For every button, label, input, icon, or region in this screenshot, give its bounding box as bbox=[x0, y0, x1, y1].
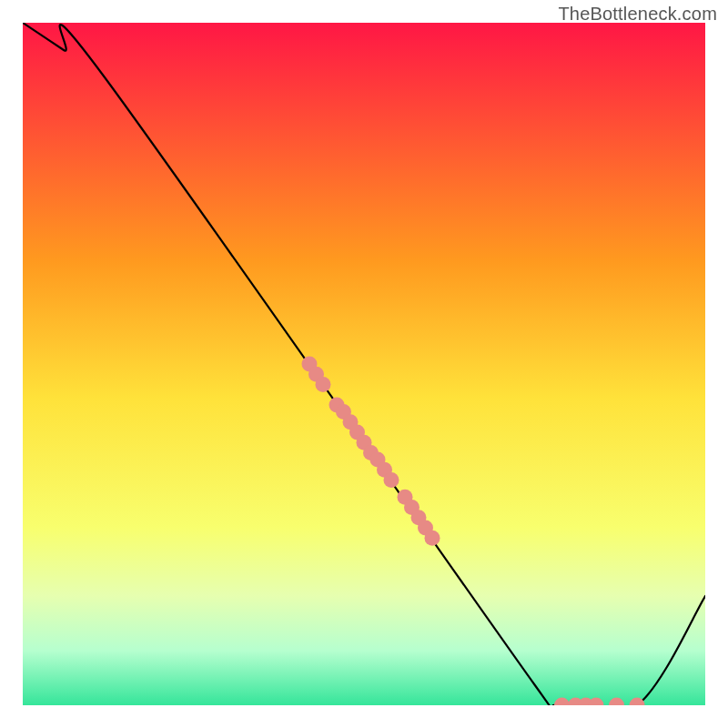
data-marker bbox=[425, 531, 440, 546]
chart-stage: TheBottleneck.com bbox=[0, 0, 728, 728]
watermark-text: TheBottleneck.com bbox=[558, 4, 717, 25]
data-marker bbox=[384, 472, 399, 488]
data-marker bbox=[316, 377, 331, 392]
plot-area bbox=[23, 23, 705, 705]
gradient-background bbox=[23, 23, 705, 705]
plot-svg bbox=[23, 23, 705, 705]
